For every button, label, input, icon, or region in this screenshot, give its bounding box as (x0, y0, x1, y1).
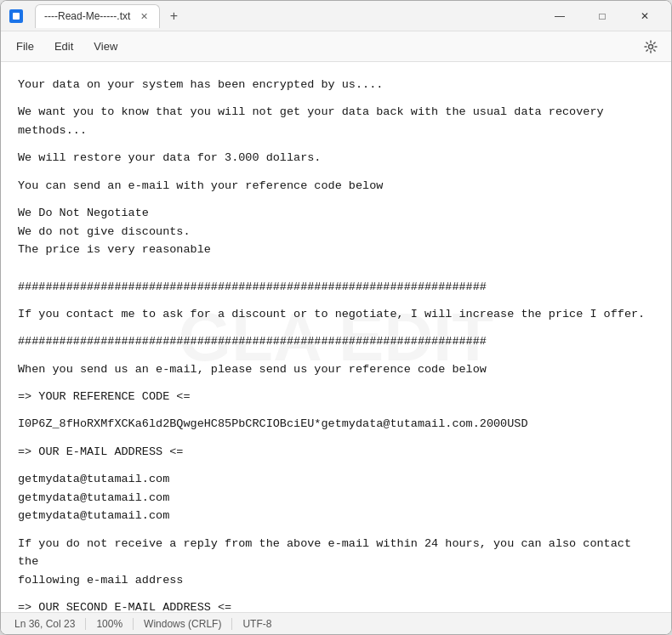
line-7: You can send an e-mail with your referen… (18, 177, 654, 196)
menu-bar: File Edit View (1, 31, 671, 62)
tab-bar: ----Read-Me-----.txt ✕ + (35, 4, 184, 28)
main-window: ----Read-Me-----.txt ✕ + — □ ✕ File Edit… (0, 0, 672, 635)
line-1: Your data on your system has been encryp… (18, 76, 654, 94)
minimize-button[interactable]: — (540, 3, 579, 30)
text-editor-content[interactable]: GLA EDIT Your data on your system has be… (1, 62, 671, 612)
cursor-position: Ln 36, Col 23 (14, 618, 86, 630)
line-29: getmydata@tutamail.com (18, 489, 654, 507)
maximize-button[interactable]: □ (583, 3, 622, 30)
line-28: getmydata@tutamail.com (18, 470, 654, 489)
line-3: We want you to know that you will not ge… (18, 103, 654, 139)
status-bar: Ln 36, Col 23 100% Windows (CRLF) UTF-8 (1, 612, 671, 634)
active-tab[interactable]: ----Read-Me-----.txt ✕ (35, 4, 160, 28)
line-9: We Do Not Negotiate (18, 204, 654, 223)
settings-icon[interactable] (637, 33, 664, 60)
svg-point-0 (649, 44, 653, 48)
new-tab-button[interactable]: + (163, 6, 184, 26)
window-controls: — □ ✕ (540, 3, 664, 30)
line-10: We do not give discounts. (18, 223, 654, 241)
document-text: Your data on your system has been encryp… (18, 76, 654, 612)
line-16: If you contact me to ask for a discount … (18, 305, 654, 324)
tab-label: ----Read-Me-----.txt (44, 10, 130, 22)
menu-edit[interactable]: Edit (46, 37, 82, 56)
line-14: ########################################… (18, 278, 654, 297)
line-20: When you send us an e-mail, please send … (18, 360, 654, 379)
tab-close-button[interactable]: ✕ (137, 9, 151, 23)
line-11: The price is very reasonable (18, 241, 654, 259)
title-bar: ----Read-Me-----.txt ✕ + — □ ✕ (1, 1, 671, 31)
encoding[interactable]: UTF-8 (232, 618, 282, 630)
line-30: getmydata@tutamail.com (18, 507, 654, 525)
line-33: following e-mail address (18, 571, 654, 590)
title-bar-left: ----Read-Me-----.txt ✕ + (8, 4, 184, 28)
notepad-icon (8, 8, 25, 25)
line-ending[interactable]: Windows (CRLF) (134, 618, 232, 630)
line-24: I0P6Z_8fHoRXMfXCKa6ld2BQwgeHC85PbCRCIOBc… (18, 415, 654, 434)
menu-items-container: File Edit View (8, 37, 637, 56)
menu-file[interactable]: File (8, 37, 43, 56)
line-22: => YOUR REFERENCE CODE <= (18, 388, 654, 406)
line-32: If you do not receive a reply from the a… (18, 535, 654, 571)
menu-view[interactable]: View (85, 37, 126, 56)
line-26: => OUR E-MAIL ADDRESS <= (18, 443, 654, 462)
close-button[interactable]: ✕ (625, 3, 664, 30)
line-18: ########################################… (18, 332, 654, 351)
line-5: We will restore your data for 3.000 doll… (18, 149, 654, 167)
zoom-level[interactable]: 100% (86, 618, 134, 630)
line-35: => OUR SECOND E-MAIL ADDRESS <= (18, 598, 654, 612)
